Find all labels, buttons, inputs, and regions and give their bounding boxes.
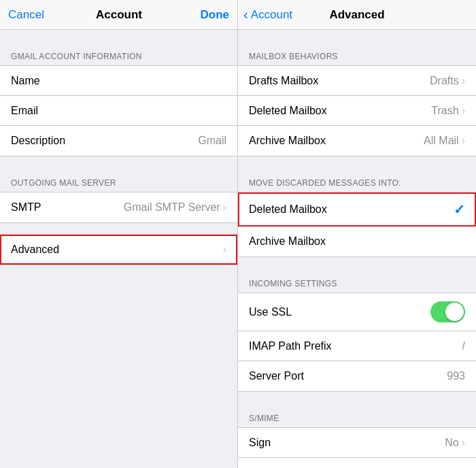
mailbox-behaviors-header: MAILBOX BEHAVIORS (238, 41, 476, 65)
server-port-value: 993 (447, 370, 465, 382)
drafts-chevron-icon: › (462, 75, 465, 87)
right-panel: ‹ Account Advanced MAILBOX BEHAVIORS Dra… (238, 0, 476, 468)
imap-value: / (462, 340, 465, 352)
left-nav-bar: Cancel Account Done (0, 0, 237, 30)
back-chevron-icon: ‹ (243, 7, 248, 22)
right-nav-bar: ‹ Account Advanced (238, 0, 476, 30)
server-port-row[interactable]: Server Port 993 (238, 361, 476, 391)
smtp-label: SMTP (11, 201, 41, 214)
drafts-mailbox-row[interactable]: Drafts Mailbox Drafts › (238, 66, 476, 96)
outgoing-section-header: OUTGOING MAIL SERVER (0, 167, 237, 192)
move-discarded-table: Deleted Mailbox ✓ Archive Mailbox (238, 192, 476, 257)
archive-mailbox-label: Archive Mailbox (249, 135, 326, 147)
cancel-button[interactable]: Cancel (8, 8, 44, 22)
advanced-label: Advanced (11, 244, 59, 256)
deleted-mailbox-option-label: Deleted Mailbox (249, 203, 327, 216)
description-row[interactable]: Description Gmail (0, 126, 237, 156)
archive-mailbox-value: All Mail › (424, 135, 465, 147)
back-label: Account (251, 8, 292, 22)
back-button[interactable]: ‹ Account (243, 7, 292, 22)
advanced-chevron: › (223, 244, 226, 256)
smtp-value: Gmail SMTP Server › (124, 201, 226, 214)
imap-label: IMAP Path Prefix (249, 340, 332, 352)
deleted-mailbox-value: Trash › (431, 105, 465, 117)
archive-mailbox-option-row[interactable]: Archive Mailbox (238, 227, 476, 256)
deleted-mailbox-label: Deleted Mailbox (249, 105, 327, 117)
server-port-label: Server Port (249, 370, 304, 382)
ssl-row[interactable]: Use SSL (238, 293, 476, 331)
gmail-account-table: Name Email Description Gmail (0, 65, 237, 156)
description-label: Description (11, 135, 65, 147)
advanced-row[interactable]: Advanced › (0, 235, 237, 265)
toggle-knob (445, 303, 464, 321)
mailbox-behaviors-table: Drafts Mailbox Drafts › Deleted Mailbox … (238, 65, 476, 156)
sign-label: Sign (249, 437, 271, 449)
smime-header: S/MIME (238, 403, 476, 427)
deleted-mailbox-option-row[interactable]: Deleted Mailbox ✓ (238, 193, 476, 227)
smtp-chevron-icon: › (223, 201, 226, 214)
ssl-toggle[interactable] (430, 301, 465, 322)
imap-row[interactable]: IMAP Path Prefix / (238, 331, 476, 361)
email-label: Email (11, 105, 38, 117)
email-row[interactable]: Email (0, 96, 237, 126)
smtp-row[interactable]: SMTP Gmail SMTP Server › (0, 193, 237, 222)
description-value: Gmail (198, 135, 226, 147)
archive-mailbox-option-label: Archive Mailbox (249, 235, 326, 248)
name-label: Name (11, 75, 40, 87)
gmail-section-header: GMAIL ACCOUNT INFORMATION (0, 41, 237, 65)
done-button[interactable]: Done (201, 8, 230, 22)
sign-chevron-icon: › (462, 437, 465, 449)
encrypt-row[interactable]: Encrypt by Default No › (238, 458, 476, 468)
deleted-chevron-icon: › (462, 105, 465, 117)
left-panel: Cancel Account Done GMAIL ACCOUNT INFORM… (0, 0, 238, 468)
move-discarded-header: MOVE DISCARDED MESSAGES INTO: (238, 167, 476, 192)
right-nav-title: Advanced (329, 8, 384, 22)
archive-mailbox-row[interactable]: Archive Mailbox All Mail › (238, 126, 476, 156)
sign-row[interactable]: Sign No › (238, 428, 476, 458)
archive-chevron-icon: › (462, 135, 465, 147)
deleted-mailbox-checkmark: ✓ (454, 201, 465, 218)
name-row[interactable]: Name (0, 66, 237, 96)
drafts-mailbox-value: Drafts › (430, 75, 465, 87)
advanced-chevron-icon: › (223, 244, 226, 256)
incoming-settings-header: INCOMING SETTINGS (238, 268, 476, 292)
ssl-label: Use SSL (249, 306, 292, 318)
smtp-table: SMTP Gmail SMTP Server › (0, 192, 237, 223)
incoming-settings-table: Use SSL IMAP Path Prefix / Server Port 9… (238, 292, 476, 392)
drafts-mailbox-label: Drafts Mailbox (249, 75, 318, 87)
left-nav-title: Account (96, 8, 142, 22)
sign-value: No › (445, 437, 465, 449)
deleted-mailbox-row[interactable]: Deleted Mailbox Trash › (238, 96, 476, 126)
advanced-table: Advanced › (0, 234, 237, 265)
smime-table: Sign No › Encrypt by Default No › (238, 427, 476, 468)
